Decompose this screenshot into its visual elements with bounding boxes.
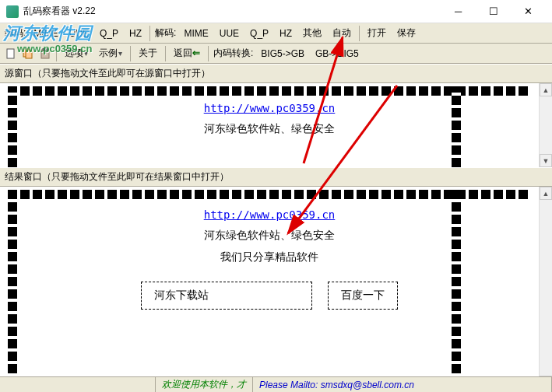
statusbar: 欢迎使用本软件，才 Please Mailto: smsdxq@sbell.co…: [0, 376, 552, 392]
window-controls: ─ ☐ ✕: [441, 0, 546, 23]
encode-label: 编码:: [3, 26, 27, 40]
about-button[interactable]: 关于: [134, 44, 162, 62]
scroll-up-icon[interactable]: ▲: [540, 83, 552, 96]
decorative-border: [452, 86, 461, 167]
chevron-down-icon: ▾: [118, 49, 122, 58]
result-box-baidu[interactable]: 百度一下: [328, 282, 398, 310]
inner-convert-label: 内码转换:: [212, 47, 255, 60]
separator: [56, 46, 57, 61]
source-url-link[interactable]: http://www.pc0359.cn: [204, 102, 336, 114]
chevron-down-icon: ▾: [84, 49, 88, 58]
source-pane-wrap: http://www.pc0359.cn 河东绿色软件站、绿色安全 ▲ ▼: [0, 83, 552, 167]
maximize-button[interactable]: ☐: [476, 0, 511, 23]
encode-uue-button[interactable]: UUE: [65, 26, 93, 41]
decode-label: 解码:: [153, 26, 178, 40]
big5-to-gb-button[interactable]: BIG5->GB: [256, 46, 309, 61]
save-button[interactable]: 保存: [392, 24, 420, 42]
source-pane-label: 源窗口（只要拖动文件至此即可在源窗口中打开）: [0, 64, 552, 83]
options-button[interactable]: 选项▾: [60, 44, 93, 62]
svg-rect-0: [7, 49, 14, 58]
examples-button[interactable]: 示例▾: [94, 44, 127, 62]
source-scrollbar[interactable]: ▲ ▼: [539, 83, 552, 167]
minimize-button[interactable]: ─: [441, 0, 476, 23]
decode-uue-button[interactable]: UUE: [215, 26, 244, 41]
decode-mime-button[interactable]: MIME: [179, 26, 213, 41]
result-pane[interactable]: http://www.pc0359.cn 河东绿色软件站、绿色安全 我们只分享精…: [0, 187, 539, 389]
decode-other-button[interactable]: 其他: [298, 24, 326, 42]
window-title: 乱码察看器 v2.22: [23, 5, 441, 18]
decode-auto-button[interactable]: 自动: [328, 24, 356, 42]
svg-rect-3: [41, 50, 49, 58]
svg-rect-2: [26, 51, 32, 58]
status-welcome: 欢迎使用本软件，才: [156, 377, 253, 392]
source-pane[interactable]: http://www.pc0359.cn 河东绿色软件站、绿色安全: [0, 83, 539, 167]
scroll-down-icon[interactable]: ▼: [540, 154, 552, 167]
paste-icon[interactable]: [37, 46, 53, 61]
separator: [359, 26, 360, 41]
encode-hz-button[interactable]: HZ: [125, 26, 146, 41]
decorative-border: [8, 86, 17, 167]
decorative-border: [8, 190, 17, 386]
toolbar-encode-decode: 编码: MIME UUE Q_P HZ 解码: MIME UUE Q_P HZ …: [0, 23, 552, 44]
result-pane-label: 结果窗口（只要拖动文件至此即可在结果窗口中打开）: [0, 167, 552, 187]
app-icon: [6, 5, 19, 18]
decorative-border: [452, 190, 461, 386]
new-icon[interactable]: [3, 46, 19, 61]
gb-to-big5-button[interactable]: GB->BIG5: [311, 46, 364, 61]
scroll-track[interactable]: [540, 200, 552, 376]
back-arrow-icon: ⇐: [192, 47, 200, 58]
back-button[interactable]: 返回⇐: [169, 44, 205, 62]
svg-rect-4: [43, 48, 47, 51]
separator: [208, 46, 209, 61]
result-box-download[interactable]: 河东下载站: [141, 282, 312, 310]
titlebar: 乱码察看器 v2.22 ─ ☐ ✕: [0, 0, 552, 23]
open-button[interactable]: 打开: [363, 24, 391, 42]
separator: [149, 26, 150, 41]
decode-qp-button[interactable]: Q_P: [245, 26, 273, 41]
separator: [130, 46, 131, 61]
copy-icon[interactable]: [20, 46, 36, 61]
scroll-up-icon[interactable]: ▲: [540, 187, 552, 200]
scroll-track[interactable]: [540, 96, 552, 154]
result-scrollbar[interactable]: ▲ ▼: [539, 187, 552, 389]
result-url-link[interactable]: http://www.pc0359.cn: [204, 208, 336, 221]
toolbar-tools: 选项▾ 示例▾ 关于 返回⇐ 内码转换: BIG5->GB GB->BIG5: [0, 44, 552, 64]
separator: [165, 46, 166, 61]
decode-hz-button[interactable]: HZ: [275, 26, 297, 41]
close-button[interactable]: ✕: [511, 0, 546, 23]
status-seg-empty: [0, 377, 156, 392]
encode-mime-button[interactable]: MIME: [29, 26, 62, 41]
result-pane-wrap: http://www.pc0359.cn 河东绿色软件站、绿色安全 我们只分享精…: [0, 187, 552, 389]
status-mailto: Please Mailto: smsdxq@sbell.com.cn: [253, 377, 552, 392]
encode-qp-button[interactable]: Q_P: [95, 26, 123, 41]
